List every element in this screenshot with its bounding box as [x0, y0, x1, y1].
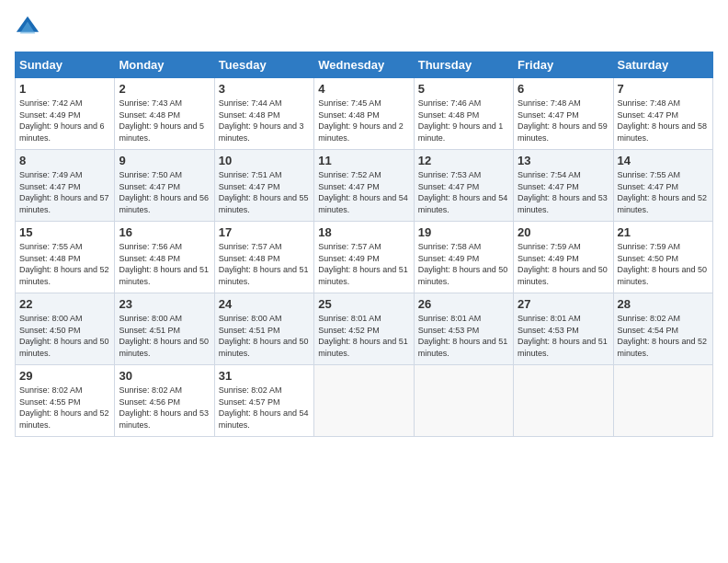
calendar-cell: 22 Sunrise: 8:00 AMSunset: 4:50 PMDaylig…: [16, 293, 115, 365]
day-number: 12: [418, 154, 509, 167]
calendar-cell: 25 Sunrise: 8:01 AMSunset: 4:52 PMDaylig…: [314, 293, 414, 365]
day-number: 2: [119, 82, 210, 96]
calendar-cell: 17 Sunrise: 7:57 AMSunset: 4:48 PMDaylig…: [214, 222, 313, 293]
calendar-cell: 24 Sunrise: 8:00 AMSunset: 4:51 PMDaylig…: [214, 293, 313, 365]
cell-info: Sunrise: 7:48 AMSunset: 4:47 PMDaylight:…: [618, 98, 708, 143]
cell-info: Sunrise: 7:59 AMSunset: 4:50 PMDaylight:…: [618, 242, 708, 286]
cell-info: Sunrise: 7:44 AMSunset: 4:48 PMDaylight:…: [219, 98, 304, 143]
calendar-table: SundayMondayTuesdayWednesdayThursdayFrid…: [15, 52, 713, 437]
day-number: 17: [219, 225, 310, 239]
col-header-friday: Friday: [514, 52, 613, 78]
calendar-cell: 21 Sunrise: 7:59 AMSunset: 4:50 PMDaylig…: [613, 222, 712, 293]
cell-info: Sunrise: 7:46 AMSunset: 4:48 PMDaylight:…: [418, 98, 504, 143]
day-number: 23: [119, 297, 210, 311]
cell-info: Sunrise: 8:02 AMSunset: 4:55 PMDaylight:…: [19, 385, 109, 430]
calendar-cell: 18 Sunrise: 7:57 AMSunset: 4:49 PMDaylig…: [314, 222, 414, 293]
cell-info: Sunrise: 8:01 AMSunset: 4:53 PMDaylight:…: [418, 314, 508, 358]
day-number: 16: [119, 225, 210, 239]
cell-info: Sunrise: 7:57 AMSunset: 4:49 PMDaylight:…: [318, 242, 408, 286]
cell-info: Sunrise: 8:02 AMSunset: 4:57 PMDaylight:…: [219, 385, 309, 430]
cell-info: Sunrise: 7:43 AMSunset: 4:48 PMDaylight:…: [119, 98, 204, 143]
calendar-cell: 8 Sunrise: 7:49 AMSunset: 4:47 PMDayligh…: [16, 150, 115, 222]
calendar-cell: 30 Sunrise: 8:02 AMSunset: 4:56 PMDaylig…: [115, 365, 214, 437]
cell-info: Sunrise: 7:49 AMSunset: 4:47 PMDaylight:…: [19, 170, 109, 214]
calendar-cell: 14 Sunrise: 7:55 AMSunset: 4:47 PMDaylig…: [613, 150, 712, 222]
calendar-week-2: 15 Sunrise: 7:55 AMSunset: 4:48 PMDaylig…: [16, 222, 713, 293]
calendar-cell: [514, 365, 613, 437]
col-header-sunday: Sunday: [16, 52, 115, 78]
calendar-week-0: 1 Sunrise: 7:42 AMSunset: 4:49 PMDayligh…: [16, 78, 713, 150]
col-header-monday: Monday: [115, 52, 214, 78]
cell-info: Sunrise: 7:55 AMSunset: 4:47 PMDaylight:…: [618, 170, 708, 214]
day-number: 19: [418, 225, 509, 239]
cell-info: Sunrise: 7:59 AMSunset: 4:49 PMDaylight:…: [518, 242, 608, 286]
calendar-cell: 11 Sunrise: 7:52 AMSunset: 4:47 PMDaylig…: [314, 150, 414, 222]
day-number: 18: [318, 225, 409, 239]
calendar-cell: 19 Sunrise: 7:58 AMSunset: 4:49 PMDaylig…: [414, 222, 513, 293]
day-number: 29: [19, 369, 110, 383]
calendar-cell: 12 Sunrise: 7:53 AMSunset: 4:47 PMDaylig…: [414, 150, 513, 222]
cell-info: Sunrise: 8:02 AMSunset: 4:54 PMDaylight:…: [618, 314, 708, 358]
calendar-cell: 16 Sunrise: 7:56 AMSunset: 4:48 PMDaylig…: [115, 222, 214, 293]
day-number: 6: [518, 82, 609, 96]
cell-info: Sunrise: 8:02 AMSunset: 4:56 PMDaylight:…: [119, 385, 209, 430]
day-number: 28: [618, 297, 709, 311]
col-header-wednesday: Wednesday: [314, 52, 414, 78]
cell-info: Sunrise: 7:52 AMSunset: 4:47 PMDaylight:…: [318, 170, 408, 214]
cell-info: Sunrise: 7:48 AMSunset: 4:47 PMDaylight:…: [518, 98, 608, 143]
calendar-cell: 5 Sunrise: 7:46 AMSunset: 4:48 PMDayligh…: [414, 78, 513, 150]
calendar-cell: 2 Sunrise: 7:43 AMSunset: 4:48 PMDayligh…: [115, 78, 214, 150]
day-number: 11: [318, 154, 409, 167]
calendar-cell: 15 Sunrise: 7:55 AMSunset: 4:48 PMDaylig…: [16, 222, 115, 293]
calendar-cell: 7 Sunrise: 7:48 AMSunset: 4:47 PMDayligh…: [613, 78, 712, 150]
calendar-cell: 28 Sunrise: 8:02 AMSunset: 4:54 PMDaylig…: [613, 293, 712, 365]
day-number: 30: [119, 369, 210, 383]
calendar-cell: 4 Sunrise: 7:45 AMSunset: 4:48 PMDayligh…: [314, 78, 414, 150]
day-number: 21: [618, 225, 709, 239]
day-number: 8: [19, 154, 110, 167]
day-number: 31: [219, 369, 310, 383]
calendar-cell: 13 Sunrise: 7:54 AMSunset: 4:47 PMDaylig…: [514, 150, 613, 222]
day-number: 9: [119, 154, 210, 167]
cell-info: Sunrise: 7:51 AMSunset: 4:47 PMDaylight:…: [219, 170, 309, 214]
cell-info: Sunrise: 8:00 AMSunset: 4:50 PMDaylight:…: [19, 314, 109, 358]
day-number: 26: [418, 297, 509, 311]
day-number: 27: [518, 297, 609, 311]
calendar-cell: 23 Sunrise: 8:00 AMSunset: 4:51 PMDaylig…: [115, 293, 214, 365]
calendar-week-1: 8 Sunrise: 7:49 AMSunset: 4:47 PMDayligh…: [16, 150, 713, 222]
logo: [15, 15, 44, 40]
page-container: SundayMondayTuesdayWednesdayThursdayFrid…: [0, 0, 728, 444]
calendar-cell: 6 Sunrise: 7:48 AMSunset: 4:47 PMDayligh…: [514, 78, 613, 150]
calendar-cell: 31 Sunrise: 8:02 AMSunset: 4:57 PMDaylig…: [214, 365, 313, 437]
calendar-cell: 29 Sunrise: 8:02 AMSunset: 4:55 PMDaylig…: [16, 365, 115, 437]
cell-info: Sunrise: 7:42 AMSunset: 4:49 PMDaylight:…: [19, 98, 105, 143]
day-number: 20: [518, 225, 609, 239]
day-number: 10: [219, 154, 310, 167]
cell-info: Sunrise: 7:54 AMSunset: 4:47 PMDaylight:…: [518, 170, 608, 214]
day-number: 5: [418, 82, 509, 96]
cell-info: Sunrise: 8:00 AMSunset: 4:51 PMDaylight:…: [119, 314, 209, 358]
col-header-saturday: Saturday: [613, 52, 712, 78]
calendar-cell: 20 Sunrise: 7:59 AMSunset: 4:49 PMDaylig…: [514, 222, 613, 293]
logo-icon: [15, 15, 40, 40]
header: [15, 15, 713, 40]
col-header-tuesday: Tuesday: [214, 52, 313, 78]
calendar-cell: [314, 365, 414, 437]
calendar-cell: [613, 365, 712, 437]
calendar-cell: [414, 365, 513, 437]
day-number: 4: [318, 82, 409, 96]
cell-info: Sunrise: 7:53 AMSunset: 4:47 PMDaylight:…: [418, 170, 508, 214]
cell-info: Sunrise: 7:55 AMSunset: 4:48 PMDaylight:…: [19, 242, 109, 286]
day-number: 7: [618, 82, 709, 96]
calendar-week-4: 29 Sunrise: 8:02 AMSunset: 4:55 PMDaylig…: [16, 365, 713, 437]
day-number: 15: [19, 225, 110, 239]
day-number: 25: [318, 297, 409, 311]
day-number: 24: [219, 297, 310, 311]
cell-info: Sunrise: 7:45 AMSunset: 4:48 PMDaylight:…: [318, 98, 404, 143]
cell-info: Sunrise: 7:50 AMSunset: 4:47 PMDaylight:…: [119, 170, 209, 214]
cell-info: Sunrise: 7:56 AMSunset: 4:48 PMDaylight:…: [119, 242, 209, 286]
cell-info: Sunrise: 7:58 AMSunset: 4:49 PMDaylight:…: [418, 242, 508, 286]
calendar-cell: 9 Sunrise: 7:50 AMSunset: 4:47 PMDayligh…: [115, 150, 214, 222]
day-number: 3: [219, 82, 310, 96]
calendar-week-3: 22 Sunrise: 8:00 AMSunset: 4:50 PMDaylig…: [16, 293, 713, 365]
